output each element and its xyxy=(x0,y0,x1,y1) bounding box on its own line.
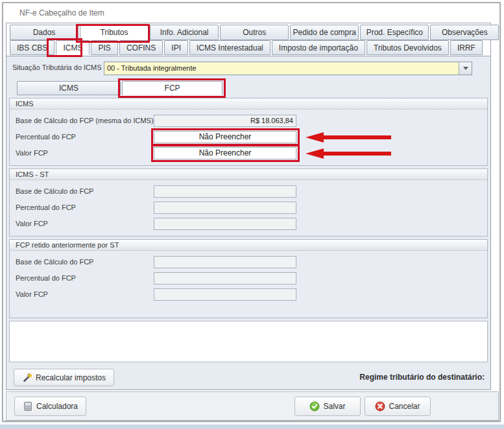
field-label: Base de Cálculo do FCP (mesma do ICMS) xyxy=(16,117,154,124)
annotation-arrow-percentual-fcp xyxy=(306,132,391,143)
tab-outros[interactable]: Outros xyxy=(220,25,289,40)
cst-combobox[interactable]: 00 - Tributada integralmente xyxy=(104,62,472,75)
st-percentual-fcp-input[interactable] xyxy=(154,202,296,214)
cancel-label: Cancelar xyxy=(389,402,420,411)
annotation-box-valor-fcp xyxy=(151,145,300,162)
base-calculo-fcp-input[interactable]: R$ 18.063,84 xyxy=(154,115,296,127)
group-fcp-retido: FCP retido anteriormente por ST Base de … xyxy=(9,239,488,318)
tab-pedido-de-compra[interactable]: Pedido de compra xyxy=(290,25,359,40)
field-label: Percentual do FCP xyxy=(16,274,76,282)
calculator-button[interactable]: Calculadora xyxy=(14,397,86,416)
field-row-st-base: Base de Cálculo do FCP xyxy=(10,184,487,200)
field-row-ret-percentual: Percentual do FCP xyxy=(10,271,487,287)
field-label: Valor FCP xyxy=(16,290,48,298)
save-button[interactable]: Salvar xyxy=(294,397,361,416)
cancel-button[interactable]: Cancelar xyxy=(365,397,431,416)
tab-observacoes[interactable]: Observações xyxy=(430,25,499,40)
tax-tab-bar: IBS CBS ICMS PIS COFINS IPI ICMS Interes… xyxy=(6,40,490,56)
ret-base-calculo-fcp-input[interactable] xyxy=(154,256,296,268)
field-row-valor-fcp: Valor FCP Não Preencher xyxy=(10,146,487,162)
subtab-fcp[interactable]: FCP xyxy=(122,81,222,95)
annotation-box-percentual-fcp xyxy=(151,128,300,146)
chevron-down-icon[interactable] xyxy=(459,62,472,75)
main-panel: Dados Tributos Info. Adicional Outros Pe… xyxy=(6,23,491,390)
ret-valor-fcp-input[interactable] xyxy=(154,288,296,301)
calculator-icon xyxy=(23,401,33,412)
dialog-window: NF-e Cabeçalho de Item Dados Tributos In… xyxy=(2,2,501,422)
save-label: Salvar xyxy=(323,402,345,411)
tab-prod-especifico[interactable]: Prod. Específico xyxy=(360,25,429,40)
field-row-st-percentual: Percentual do FCP xyxy=(10,200,487,216)
tab-dados[interactable]: Dados xyxy=(10,25,78,40)
field-row-ret-base: Base de Cálculo do FCP xyxy=(10,255,487,271)
tab-irrf[interactable]: IRRF xyxy=(450,40,483,55)
annotation-arrow-valor-fcp xyxy=(306,148,391,159)
magic-wand-icon xyxy=(22,373,32,383)
tab-tributos-devolvidos[interactable]: Tributos Devolvidos xyxy=(366,40,449,55)
group-icms: ICMS Base de Cálculo do FCP (mesma do IC… xyxy=(9,98,488,166)
footer-bar: Calculadora Salvar Cancelar xyxy=(6,391,499,421)
tab-pis[interactable]: PIS xyxy=(91,40,117,55)
regime-destinatario-label: Regime tributário do destinatário: xyxy=(359,373,485,382)
field-label: Percentual do FCP xyxy=(16,203,76,211)
field-row-ret-valor: Valor FCP xyxy=(10,287,487,303)
groups-container: ICMS Base de Cálculo do FCP (mesma do IC… xyxy=(9,98,488,318)
field-label: Base de Cálculo do FCP xyxy=(16,258,93,266)
tab-cofins[interactable]: COFINS xyxy=(119,40,163,55)
tab-tributos[interactable]: Tributos xyxy=(80,25,149,40)
window-bottom-edge xyxy=(0,424,504,429)
group-icms-title: ICMS xyxy=(10,99,487,110)
tab-ipi[interactable]: IPI xyxy=(164,40,188,55)
window-title: NF-e Cabeçalho de Item xyxy=(19,8,104,17)
recalc-taxes-button[interactable]: Recalcular impostos xyxy=(14,369,114,386)
fcp-subtab-bar: ICMS FCP xyxy=(6,81,490,95)
field-label: Valor FCP xyxy=(16,220,48,227)
recalc-taxes-label: Recalcular impostos xyxy=(36,373,106,382)
group-icms-st-title: ICMS - ST xyxy=(10,169,487,180)
group-fcp-retido-title: FCP retido anteriormente por ST xyxy=(10,240,487,251)
ret-percentual-fcp-input[interactable] xyxy=(154,272,296,284)
field-label: Percentual do FCP xyxy=(16,133,76,141)
field-row-base-calculo: Base de Cálculo do FCP (mesma do ICMS) R… xyxy=(10,113,487,130)
empty-white-area xyxy=(9,321,488,362)
tab-icms-interestadual[interactable]: ICMS Interestadual xyxy=(189,40,270,55)
tab-ibs-cbs[interactable]: IBS CBS xyxy=(10,40,54,55)
subtab-icms[interactable]: ICMS xyxy=(17,81,121,95)
tab-imposto-de-importacao[interactable]: Imposto de importação xyxy=(272,40,365,55)
tab-info-adicional[interactable]: Info. Adicional xyxy=(150,25,219,40)
tab-icms[interactable]: ICMS xyxy=(56,40,90,55)
st-valor-fcp-input[interactable] xyxy=(154,218,296,230)
recalc-strip: Recalcular impostos Regime tributário do… xyxy=(6,362,490,393)
st-base-calculo-fcp-input[interactable] xyxy=(154,185,296,198)
green-check-circle-icon xyxy=(309,401,320,412)
field-row-st-valor: Valor FCP xyxy=(10,216,487,233)
field-value: R$ 18.063,84 xyxy=(154,115,296,126)
cst-label: Situação Tributária do ICMS xyxy=(12,64,102,71)
field-label: Valor FCP xyxy=(16,149,48,157)
red-x-circle-icon xyxy=(375,401,385,412)
field-row-percentual-fcp: Percentual do FCP Não Preencher xyxy=(10,130,487,146)
cst-row: Situação Tributária do ICMS 00 - Tributa… xyxy=(6,56,490,81)
cst-combobox-value: 00 - Tributada integralmente xyxy=(104,62,472,75)
calculator-label: Calculadora xyxy=(36,402,78,411)
main-tab-bar: Dados Tributos Info. Adicional Outros Pe… xyxy=(6,23,490,40)
content-panel: Situação Tributária do ICMS 00 - Tributa… xyxy=(6,56,490,389)
group-icms-st: ICMS - ST Base de Cálculo do FCP Percent… xyxy=(9,168,488,237)
field-label: Base de Cálculo do FCP xyxy=(16,187,93,195)
